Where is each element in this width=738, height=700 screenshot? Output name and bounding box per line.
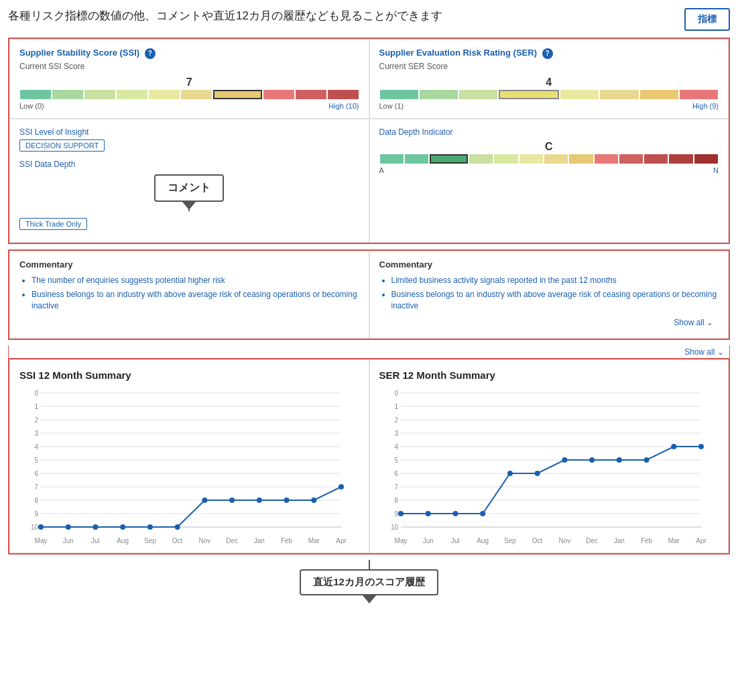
ddi-gauge (379, 154, 719, 164)
svg-point-36 (66, 524, 71, 530)
ssi-score: 7 (19, 76, 359, 89)
svg-text:4: 4 (34, 443, 38, 451)
ser-commentary-title: Commentary (379, 259, 719, 270)
svg-point-93 (698, 444, 704, 449)
svg-point-40 (175, 524, 180, 530)
ser-subtitle: Current SER Score (379, 62, 719, 71)
svg-text:0: 0 (34, 390, 38, 397)
svg-text:Sep: Sep (144, 537, 156, 544)
svg-text:Jun: Jun (422, 537, 433, 544)
svg-text:Jun: Jun (63, 537, 74, 544)
ssi-level-title: SSI Level of Insight (19, 127, 359, 137)
ser-title: Supplier Evaluation Risk Rating (SER) ? (379, 48, 719, 59)
commentary-section: Commentary The number of enquiries sugge… (8, 249, 730, 340)
svg-point-39 (147, 524, 153, 530)
ser-commentary-cell: Commentary Limited business activity sig… (369, 251, 729, 339)
ddi-panel: Data Depth Indicator C A N (369, 119, 729, 243)
ssi-show-all-bar: Show all ⌄ (8, 345, 730, 358)
svg-point-46 (339, 484, 344, 489)
ssi-level-panel: SSI Level of Insight DECISION SUPPORT SS… (9, 119, 369, 243)
ssi-help-icon[interactable]: ? (145, 48, 156, 59)
ssi-commentary-list: The number of enquiries suggests potenti… (19, 275, 359, 311)
svg-text:7: 7 (34, 483, 38, 491)
svg-point-84 (452, 511, 458, 516)
svg-text:Aug: Aug (477, 537, 489, 544)
page-title: 各種リスク指標の数値の他、コメントや直近12カ月の履歴なども見ることができます (8, 8, 442, 23)
top-panels: Supplier Stability Score (SSI) ? Current… (8, 38, 730, 244)
svg-text:3: 3 (34, 430, 38, 437)
ssi-commentary-cell: Commentary The number of enquiries sugge… (9, 251, 369, 339)
svg-point-37 (93, 524, 98, 530)
ser-show-all[interactable]: Show all ⌄ (379, 316, 719, 330)
ssi-chart-svg: 012345678910MayJunJulAugSepOctNovDecJanF… (19, 386, 348, 547)
ddi-value: C (379, 141, 719, 153)
indicator-button[interactable]: 指標 (684, 8, 730, 31)
svg-point-41 (202, 498, 207, 503)
svg-text:8: 8 (394, 497, 398, 504)
svg-text:Sep: Sep (504, 537, 516, 544)
ser-commentary-item: Business belongs to an industry with abo… (391, 289, 719, 312)
ssi-show-all[interactable]: Show all ⌄ (369, 345, 730, 358)
ddi-gauge-labels: A N (379, 166, 719, 174)
svg-point-88 (562, 457, 567, 463)
svg-text:Nov: Nov (558, 537, 570, 544)
ser-help-icon[interactable]: ? (542, 48, 553, 59)
svg-text:Dec: Dec (226, 537, 238, 544)
chevron-down-icon-ssi: ⌄ (717, 347, 724, 357)
svg-text:7: 7 (394, 483, 398, 491)
ssi-subtitle: Current SSI Score (19, 62, 359, 71)
svg-point-38 (120, 524, 125, 530)
ssi-chart-title: SSI 12 Month Summary (19, 369, 359, 381)
svg-text:4: 4 (394, 443, 398, 451)
svg-point-89 (589, 457, 595, 463)
ser-chart-cell: SER 12 Month Summary 012345678910MayJunJ… (369, 359, 729, 553)
svg-text:Aug: Aug (117, 537, 129, 544)
comment-callout-box: コメント (154, 174, 224, 202)
ssi-commentary-title: Commentary (19, 259, 359, 270)
svg-text:2: 2 (34, 416, 38, 424)
ser-chart-svg: 012345678910MayJunJulAugSepOctNovDecJanF… (379, 386, 708, 547)
svg-point-87 (534, 471, 540, 476)
svg-text:5: 5 (34, 457, 38, 464)
svg-point-86 (507, 471, 512, 476)
ssi-title: Supplier Stability Score (SSI) ? (19, 48, 359, 59)
svg-text:6: 6 (34, 470, 38, 477)
svg-text:9: 9 (394, 510, 398, 518)
svg-text:1: 1 (34, 403, 38, 410)
ser-commentary-item: Limited business activity signals report… (391, 275, 719, 286)
svg-text:Dec: Dec (586, 537, 598, 544)
history-callout-box: 直近12カ月のスコア履歴 (300, 569, 438, 595)
svg-text:Jul: Jul (451, 537, 460, 544)
ssi-gauge-labels: Low (0) High (10) (19, 102, 359, 110)
chart-section: SSI 12 Month Summary 012345678910MayJunJ… (8, 358, 730, 555)
svg-point-45 (311, 498, 316, 503)
svg-point-42 (229, 498, 235, 503)
svg-text:Oct: Oct (532, 537, 542, 544)
svg-text:Mar: Mar (308, 537, 320, 544)
ser-panel: Supplier Evaluation Risk Rating (SER) ? … (369, 39, 729, 119)
svg-point-85 (480, 511, 485, 516)
chevron-down-icon: ⌄ (706, 318, 713, 327)
svg-text:Nov: Nov (198, 537, 210, 544)
svg-text:2: 2 (394, 416, 398, 424)
svg-text:8: 8 (34, 497, 38, 504)
svg-point-44 (284, 498, 290, 503)
svg-text:9: 9 (34, 510, 38, 518)
ser-commentary-list: Limited business activity signals report… (379, 275, 719, 311)
svg-text:6: 6 (394, 470, 398, 477)
comment-callout-wrapper: コメント (19, 173, 359, 211)
svg-point-43 (257, 498, 262, 503)
svg-text:Feb: Feb (281, 537, 293, 544)
ser-gauge-labels: Low (1) High (9) (379, 102, 719, 110)
ssi-badge: DECISION SUPPORT (19, 139, 105, 152)
svg-text:3: 3 (394, 430, 398, 437)
svg-text:10: 10 (390, 524, 398, 531)
ser-score: 4 (379, 76, 719, 89)
svg-text:Feb: Feb (640, 537, 652, 544)
ser-chart-title: SER 12 Month Summary (379, 369, 719, 381)
page-header: 各種リスク指標の数値の他、コメントや直近12カ月の履歴なども見ることができます … (8, 8, 730, 31)
bottom-callout: 直近12カ月のスコア履歴 (8, 560, 730, 595)
ddi-title: Data Depth Indicator (379, 127, 719, 137)
svg-text:10: 10 (31, 524, 39, 531)
svg-text:Apr: Apr (336, 537, 347, 544)
